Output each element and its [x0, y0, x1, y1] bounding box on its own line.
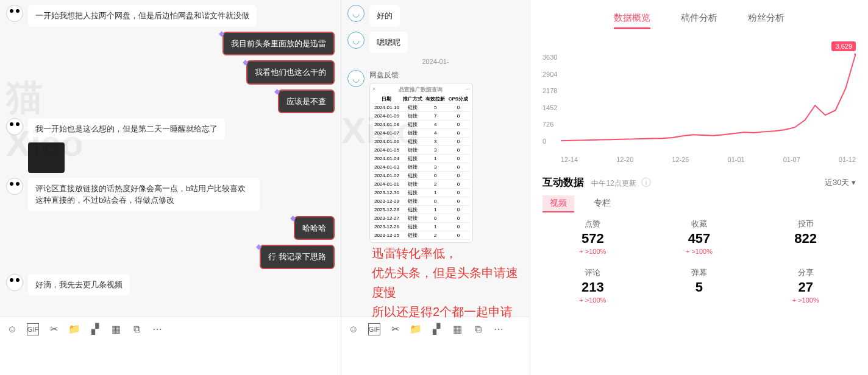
data-table: 日期推广方式有效拉新CPS分成 2024-01-10链接502024-01-09… [372, 95, 470, 240]
tab-content-analysis[interactable]: 稿件分析 [681, 12, 717, 29]
table-row: 2024-01-02链接00 [372, 172, 470, 180]
message-row: ◡ 好的 [347, 5, 524, 27]
stat-delta [649, 296, 750, 304]
avatar[interactable]: ◡ [347, 5, 365, 22]
table-row: 2023-12-25链接20 [372, 231, 470, 240]
table-row: 2023-12-28链接10 [372, 206, 470, 214]
message-row: ◡ 网盘反馈 ×品宣推广数据查询··· 日期推广方式有效拉新CPS分成 2024… [347, 70, 524, 243]
line-chart[interactable]: 3,629 36302904217814527260 12-1412-2012-… [542, 41, 856, 163]
message-row: 哈哈哈◆ [6, 216, 335, 240]
tab-data-overview[interactable]: 数据概览 [614, 12, 650, 29]
table-title: 品宣推广数据查询 [399, 86, 443, 94]
stat-item: 分享27+ >100% [755, 267, 856, 304]
table-header: 日期 [372, 95, 401, 103]
chat-panel-1: 猫Xiao 一开始我想把人拉两个网盘，但是后边怕网盘和谐文件就没做我目前头条里面… [0, 0, 341, 375]
message-bubble: 一开始我想把人拉两个网盘，但是后边怕网盘和谐文件就没做 [28, 5, 257, 27]
message-bubble: 好滴，我先去更几条视频 [28, 274, 130, 296]
stat-value: 27 [755, 279, 856, 295]
table-row: 2024-01-04链接10 [372, 155, 470, 163]
table-header: 有效拉新 [424, 95, 447, 103]
avatar[interactable] [6, 5, 23, 22]
data-table-card[interactable]: ×品宣推广数据查询··· 日期推广方式有效拉新CPS分成 2024-01-10链… [369, 83, 473, 243]
stat-label: 点赞 [542, 219, 643, 230]
avatar[interactable] [6, 274, 23, 291]
stat-delta [755, 248, 856, 255]
message-bubble: 我一开始也是这么想的，但是第二天一睡醒就给忘了 [28, 118, 225, 140]
avatar[interactable]: ◡ [347, 70, 365, 87]
message-row: 我看他们也这么干的◆ [6, 60, 335, 85]
image-icon[interactable]: ▦ [451, 323, 463, 335]
table-row: 2024-01-07链接40 [372, 129, 470, 138]
chart-y-axis: 36302904217814527260 [542, 54, 557, 145]
feedback-label: 网盘反馈 [369, 70, 524, 80]
avatar[interactable] [6, 178, 23, 195]
scissors-icon[interactable]: ✂ [389, 323, 401, 335]
message-row: 一开始我想把人拉两个网盘，但是后边怕网盘和谐文件就没做 [6, 5, 335, 27]
avatar[interactable]: ◡ [347, 32, 365, 49]
message-row: 应该是不查◆ [6, 89, 335, 114]
table-row: 2024-01-03链接30 [372, 163, 470, 172]
chat-input-area-1[interactable] [0, 341, 341, 375]
more-icon[interactable]: ··· [465, 86, 470, 95]
stat-value: 572 [542, 231, 643, 247]
more-icon[interactable]: ⋯ [151, 323, 163, 335]
folder-icon[interactable]: 📁 [410, 323, 422, 335]
table-row: 2024-01-01链接20 [372, 180, 470, 189]
image-icon[interactable]: ▦ [110, 323, 122, 335]
screenshot-icon[interactable]: ⧉ [472, 323, 484, 335]
table-row: 2023-12-29链接00 [372, 197, 470, 206]
sticker-icon[interactable]: ▞ [89, 323, 101, 335]
message-bubble: 好的 [369, 5, 400, 27]
info-icon[interactable]: ⓘ [641, 177, 651, 188]
stat-value: 5 [649, 279, 750, 295]
stat-label: 评论 [542, 267, 643, 278]
diamond-icon: ◆ [290, 212, 296, 223]
analytics-panel: 数据概览 稿件分析 粉丝分析 3,629 3630290421781452726… [530, 0, 868, 375]
subtab-video[interactable]: 视频 [542, 195, 574, 212]
stat-value: 822 [755, 231, 856, 247]
stat-label: 投币 [755, 219, 856, 230]
stat-item: 收藏457+ >100% [649, 219, 750, 255]
section-title: 互动数据 [542, 177, 584, 188]
table-row: 2024-01-06链接30 [372, 138, 470, 146]
period-selector[interactable]: 近30天 ▾ [825, 177, 856, 188]
chat-input-area-2[interactable] [341, 341, 530, 375]
message-image[interactable] [28, 142, 65, 173]
message-bubble: 评论区直接放链接的话热度好像会高一点，b站用户比较喜欢这种直接的，不过b站会吞，… [28, 178, 260, 211]
avatar[interactable] [6, 118, 23, 135]
table-header: CPS分成 [447, 95, 470, 103]
stat-label: 收藏 [649, 219, 750, 230]
section-subtitle: 中午12点更新 [591, 179, 636, 188]
chat-body-1[interactable]: 猫Xiao 一开始我想把人拉两个网盘，但是后边怕网盘和谐文件就没做我目前头条里面… [0, 0, 341, 317]
sticker-icon[interactable]: ▞ [430, 323, 443, 335]
analytics-tabs: 数据概览 稿件分析 粉丝分析 [542, 12, 856, 29]
chart-x-axis: 12-1412-2012-2601-0101-0701-12 [561, 156, 856, 163]
emoji-icon[interactable]: ☺ [347, 323, 360, 335]
close-icon[interactable]: × [372, 86, 375, 95]
message-row: 我一开始也是这么想的，但是第二天一睡醒就给忘了 [6, 118, 335, 173]
scissors-icon[interactable]: ✂ [48, 323, 60, 335]
message-bubble: 嗯嗯呢 [369, 32, 408, 54]
message-bubble: 我看他们也这么干的◆ [246, 60, 335, 85]
gif-icon[interactable]: GIF [27, 323, 39, 335]
gif-icon[interactable]: GIF [368, 323, 380, 335]
screenshot-icon[interactable]: ⧉ [130, 323, 143, 335]
stat-item: 投币822 [755, 219, 856, 255]
chat-body-2[interactable]: Xiao ◡ 好的 ◡ 嗯嗯呢 2024-01- ◡ 网盘反馈 ×品宣推广数据查… [341, 0, 530, 317]
more-icon[interactable]: ⋯ [493, 323, 505, 335]
folder-icon[interactable]: 📁 [68, 323, 80, 335]
date-divider: 2024-01- [341, 58, 530, 65]
section-header: 互动数据 中午12点更新 ⓘ 近30天 ▾ [542, 175, 856, 189]
diamond-icon: ◆ [256, 241, 261, 252]
emoji-icon[interactable]: ☺ [6, 323, 18, 335]
stat-delta: + >100% [542, 296, 643, 304]
diamond-icon: ◆ [243, 57, 248, 68]
stat-label: 分享 [755, 267, 856, 278]
table-row: 2023-12-26链接10 [372, 223, 470, 231]
table-header: 推广方式 [401, 95, 424, 103]
tab-fans-analysis[interactable]: 粉丝分析 [748, 12, 784, 29]
diamond-icon: ◆ [219, 28, 224, 39]
subtabs: 视频 专栏 [542, 195, 856, 212]
subtab-column[interactable]: 专栏 [586, 195, 618, 212]
stat-delta: + >100% [649, 248, 750, 255]
